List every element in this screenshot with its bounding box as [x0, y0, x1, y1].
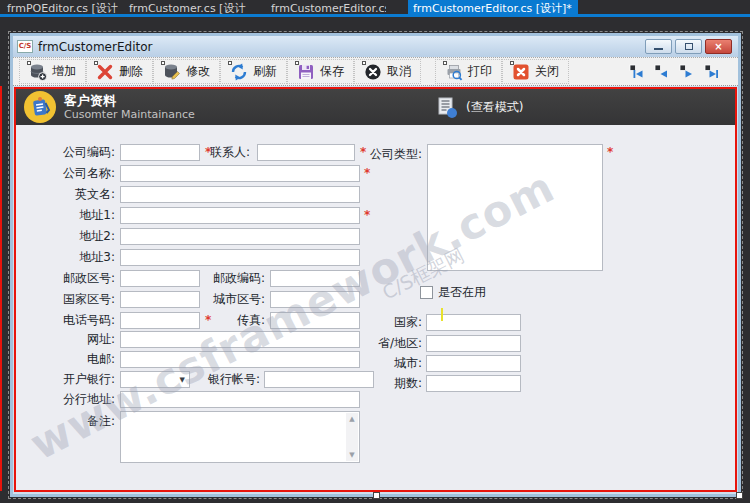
address1-input[interactable] — [120, 207, 360, 224]
address3-label: 地址3: — [35, 249, 115, 266]
record-navigator — [627, 63, 720, 81]
database-add-icon — [29, 63, 47, 81]
button-label: 关闭 — [535, 63, 559, 80]
refresh-button[interactable]: 刷新 — [220, 59, 287, 84]
postal-code-input[interactable] — [270, 270, 360, 287]
editor-tab-bar: frmPOEditor.cs [设计] frmCustomer.cs [设计]*… — [0, 0, 750, 17]
remarks-textarea[interactable]: ▲ ▼ — [120, 411, 360, 463]
english-name-label: 英文名: — [35, 186, 115, 203]
first-record-button[interactable] — [627, 63, 645, 81]
city-code-label: 城市区号: — [185, 291, 265, 308]
website-input[interactable] — [120, 331, 360, 348]
phone-label: 电话号码: — [35, 312, 115, 329]
address1-label: 地址1: — [35, 207, 115, 224]
company-type-listbox[interactable] — [427, 144, 603, 271]
close-button[interactable]: × — [705, 39, 732, 54]
required-marker: * — [607, 144, 613, 161]
address3-input[interactable] — [120, 249, 360, 266]
minimize-icon — [654, 48, 663, 50]
company-code-label: 公司编码: — [35, 144, 115, 161]
fax-label: 传真: — [185, 312, 265, 329]
address2-input[interactable] — [120, 228, 360, 245]
bank-label: 开户银行: — [35, 371, 115, 388]
maximize-icon — [685, 43, 693, 50]
tab-frmpoeditor[interactable]: frmPOEditor.cs [设计] — [2, 0, 118, 17]
designer-red-edge-line — [0, 86, 2, 491]
company-name-input[interactable] — [120, 165, 360, 182]
panel-subtitle: Cusomter Maintainance — [64, 108, 195, 121]
email-input[interactable] — [120, 351, 360, 368]
next-record-button[interactable] — [677, 63, 695, 81]
cancel-button[interactable]: 取消 — [354, 59, 421, 84]
postal-code-label: 邮政编码: — [185, 270, 265, 287]
customer-form-panel: 客户资料 Cusomter Maintainance (查看模式) 公司编码: … — [14, 87, 737, 492]
tab-label: frmPOEditor.cs [设计] — [7, 2, 118, 15]
province-label: 省/地区: — [352, 335, 422, 352]
save-button[interactable]: 保存 — [287, 59, 354, 84]
in-use-label: 是否在用 — [438, 284, 486, 301]
view-mode-icon — [436, 96, 460, 124]
button-label: 刷新 — [253, 63, 277, 80]
country-code-label: 国家区号: — [35, 291, 115, 308]
postal-area-label: 邮政区号: — [35, 270, 115, 287]
edit-button[interactable]: 修改 — [153, 59, 220, 84]
tab-label: frmCustomerEditor.cs* — [271, 2, 386, 15]
previous-record-button[interactable] — [652, 63, 670, 81]
fax-input[interactable] — [270, 312, 360, 329]
remarks-label: 备注: — [35, 413, 115, 430]
english-name-input[interactable] — [120, 186, 360, 203]
print-icon — [445, 63, 463, 81]
tab-frmcustomer[interactable]: frmCustomer.cs [设计]* — [124, 0, 246, 17]
cancel-icon — [364, 63, 382, 81]
maximize-button[interactable] — [675, 39, 702, 54]
city-input[interactable] — [426, 355, 521, 372]
country-label: 国家: — [352, 314, 422, 331]
company-name-label: 公司名称: — [35, 165, 115, 182]
delete-button[interactable]: 删除 — [86, 59, 153, 84]
add-button[interactable]: 增加 — [19, 59, 86, 84]
contact-input[interactable] — [257, 144, 355, 161]
required-marker: * — [360, 144, 366, 161]
periods-input[interactable] — [426, 375, 521, 392]
customer-form-icon — [24, 91, 56, 123]
window-title: frmCustomerEditor — [38, 40, 645, 54]
app-icon: C/S — [17, 40, 33, 53]
vs-designer-screen: frmPOEditor.cs [设计] frmCustomer.cs [设计]*… — [0, 0, 750, 503]
in-use-checkbox-row[interactable]: 是否在用 — [420, 284, 486, 301]
save-icon — [297, 63, 315, 81]
button-label: 保存 — [320, 63, 344, 80]
required-marker: * — [364, 165, 370, 182]
close-form-button[interactable]: 关闭 — [502, 59, 569, 84]
email-label: 电邮: — [35, 351, 115, 368]
minimize-button[interactable] — [645, 39, 672, 54]
resize-handle-corner[interactable] — [736, 492, 743, 499]
required-marker: * — [205, 312, 211, 329]
last-record-button[interactable] — [702, 63, 720, 81]
resize-handle-bottom[interactable] — [373, 492, 380, 499]
tab-label: frmCustomerEditor.cs [设计]* — [413, 0, 572, 17]
scrollbar[interactable]: ▲ ▼ — [346, 413, 358, 461]
button-label: 打印 — [468, 63, 492, 80]
tab-frmcustomereditor-design[interactable]: frmCustomerEditor.cs [设计]* × — [408, 0, 578, 17]
scroll-up-icon[interactable]: ▲ — [349, 415, 354, 423]
address2-label: 地址2: — [35, 228, 115, 245]
city-code-input[interactable] — [270, 291, 360, 308]
in-use-checkbox[interactable] — [420, 286, 433, 299]
province-input[interactable] — [426, 335, 521, 352]
refresh-icon — [230, 63, 248, 81]
bank-account-label: 银行帐号: — [180, 371, 260, 388]
city-label: 城市: — [352, 355, 422, 372]
scroll-down-icon[interactable]: ▼ — [349, 451, 354, 459]
button-label: 增加 — [52, 63, 76, 80]
text-caret — [441, 308, 443, 321]
panel-header: 客户资料 Cusomter Maintainance (查看模式) — [16, 89, 735, 125]
required-marker: * — [205, 144, 211, 161]
window-title-bar[interactable]: C/S frmCustomerEditor × — [13, 36, 738, 57]
print-button[interactable]: 打印 — [435, 59, 502, 84]
button-label: 删除 — [119, 63, 143, 80]
toolbar: 增加 删除 修改 刷新 — [13, 57, 738, 86]
view-mode-label: (查看模式) — [466, 99, 523, 116]
tab-frmcustomereditor-code[interactable]: frmCustomerEditor.cs* — [266, 0, 386, 17]
branch-address-input[interactable] — [120, 391, 360, 408]
close-icon: × — [714, 42, 722, 52]
